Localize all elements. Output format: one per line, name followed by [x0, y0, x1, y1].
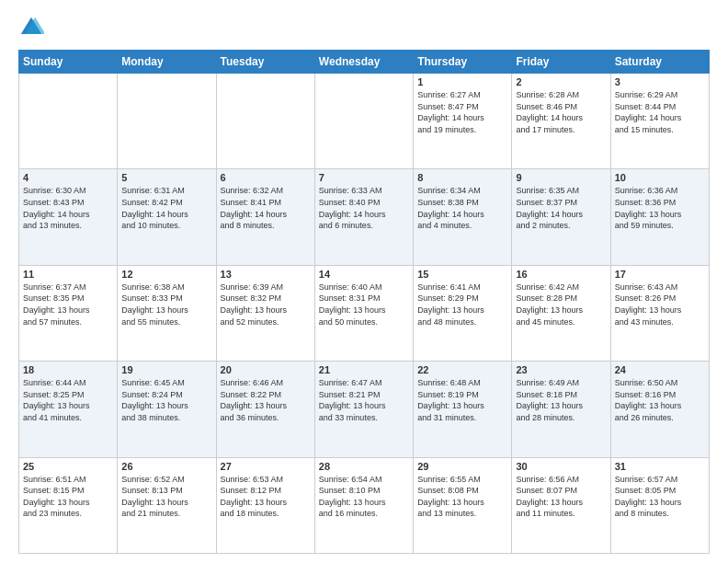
calendar-cell: 26Sunrise: 6:52 AM Sunset: 8:13 PM Dayli…	[118, 457, 216, 553]
day-info: Sunrise: 6:43 AM Sunset: 8:26 PM Dayligh…	[615, 282, 705, 327]
day-info: Sunrise: 6:47 AM Sunset: 8:21 PM Dayligh…	[319, 377, 409, 423]
day-info: Sunrise: 6:40 AM Sunset: 8:31 PM Dayligh…	[319, 282, 409, 327]
day-info: Sunrise: 6:55 AM Sunset: 8:08 PM Dayligh…	[417, 474, 507, 520]
day-number: 9	[516, 172, 606, 183]
day-info: Sunrise: 6:48 AM Sunset: 8:19 PM Dayligh…	[417, 377, 507, 423]
calendar-table: SundayMondayTuesdayWednesdayThursdayFrid…	[18, 50, 710, 554]
calendar-cell: 7Sunrise: 6:33 AM Sunset: 8:40 PM Daylig…	[314, 169, 413, 265]
day-info: Sunrise: 6:33 AM Sunset: 8:40 PM Dayligh…	[319, 185, 409, 231]
calendar-cell: 27Sunrise: 6:53 AM Sunset: 8:12 PM Dayli…	[216, 457, 314, 553]
calendar-cell: 2Sunrise: 6:28 AM Sunset: 8:46 PM Daylig…	[512, 74, 610, 169]
day-number: 10	[615, 172, 705, 183]
day-info: Sunrise: 6:44 AM Sunset: 8:25 PM Dayligh…	[23, 377, 113, 423]
calendar-cell: 21Sunrise: 6:47 AM Sunset: 8:21 PM Dayli…	[314, 362, 413, 457]
logo	[18, 15, 48, 40]
day-number: 3	[615, 76, 705, 87]
weekday-header-sunday: Sunday	[19, 51, 118, 74]
day-number: 26	[121, 461, 211, 472]
day-info: Sunrise: 6:52 AM Sunset: 8:13 PM Dayligh…	[121, 474, 211, 520]
weekday-header-wednesday: Wednesday	[314, 51, 413, 74]
calendar-cell: 4Sunrise: 6:30 AM Sunset: 8:43 PM Daylig…	[19, 169, 118, 265]
calendar-cell: 6Sunrise: 6:32 AM Sunset: 8:41 PM Daylig…	[216, 169, 314, 265]
day-number: 6	[221, 172, 311, 183]
calendar-cell: 3Sunrise: 6:29 AM Sunset: 8:44 PM Daylig…	[610, 74, 709, 169]
calendar-cell: 20Sunrise: 6:46 AM Sunset: 8:22 PM Dayli…	[216, 362, 314, 457]
calendar-cell: 1Sunrise: 6:27 AM Sunset: 8:47 PM Daylig…	[414, 74, 512, 169]
calendar-cell: 30Sunrise: 6:56 AM Sunset: 8:07 PM Dayli…	[512, 457, 610, 553]
weekday-header-tuesday: Tuesday	[216, 51, 314, 74]
calendar-cell	[118, 74, 216, 169]
day-info: Sunrise: 6:49 AM Sunset: 8:18 PM Dayligh…	[516, 377, 606, 423]
weekday-header-saturday: Saturday	[610, 51, 709, 74]
day-number: 19	[121, 364, 211, 375]
calendar-cell: 19Sunrise: 6:45 AM Sunset: 8:24 PM Dayli…	[118, 362, 216, 457]
day-info: Sunrise: 6:36 AM Sunset: 8:36 PM Dayligh…	[615, 185, 705, 231]
week-row-3: 11Sunrise: 6:37 AM Sunset: 8:35 PM Dayli…	[19, 265, 710, 361]
day-info: Sunrise: 6:34 AM Sunset: 8:38 PM Dayligh…	[417, 185, 507, 231]
day-info: Sunrise: 6:28 AM Sunset: 8:46 PM Dayligh…	[516, 89, 606, 135]
day-number: 5	[121, 172, 211, 183]
logo-icon	[18, 15, 44, 40]
day-info: Sunrise: 6:53 AM Sunset: 8:12 PM Dayligh…	[221, 474, 311, 520]
day-number: 29	[417, 461, 507, 472]
calendar-cell: 29Sunrise: 6:55 AM Sunset: 8:08 PM Dayli…	[414, 457, 512, 553]
calendar-cell	[314, 74, 413, 169]
day-info: Sunrise: 6:56 AM Sunset: 8:07 PM Dayligh…	[516, 474, 606, 520]
day-number: 1	[417, 76, 507, 87]
day-number: 25	[23, 461, 113, 472]
calendar-cell: 24Sunrise: 6:50 AM Sunset: 8:16 PM Dayli…	[610, 362, 709, 457]
day-info: Sunrise: 6:37 AM Sunset: 8:35 PM Dayligh…	[23, 282, 113, 327]
day-info: Sunrise: 6:35 AM Sunset: 8:37 PM Dayligh…	[516, 185, 606, 231]
day-info: Sunrise: 6:41 AM Sunset: 8:29 PM Dayligh…	[417, 282, 507, 327]
weekday-header-thursday: Thursday	[414, 51, 512, 74]
day-number: 18	[23, 364, 113, 375]
day-info: Sunrise: 6:50 AM Sunset: 8:16 PM Dayligh…	[615, 377, 705, 423]
day-number: 13	[221, 269, 311, 280]
day-number: 8	[417, 172, 507, 183]
calendar-cell: 16Sunrise: 6:42 AM Sunset: 8:28 PM Dayli…	[512, 265, 610, 361]
calendar-cell: 11Sunrise: 6:37 AM Sunset: 8:35 PM Dayli…	[19, 265, 118, 361]
day-info: Sunrise: 6:30 AM Sunset: 8:43 PM Dayligh…	[23, 185, 113, 231]
day-number: 4	[23, 172, 113, 183]
day-info: Sunrise: 6:31 AM Sunset: 8:42 PM Dayligh…	[121, 185, 211, 231]
weekday-header-friday: Friday	[512, 51, 610, 74]
calendar-cell: 15Sunrise: 6:41 AM Sunset: 8:29 PM Dayli…	[414, 265, 512, 361]
day-number: 22	[417, 364, 507, 375]
day-number: 31	[615, 461, 705, 472]
day-info: Sunrise: 6:29 AM Sunset: 8:44 PM Dayligh…	[615, 89, 705, 135]
day-number: 23	[516, 364, 606, 375]
day-number: 24	[615, 364, 705, 375]
week-row-4: 18Sunrise: 6:44 AM Sunset: 8:25 PM Dayli…	[19, 362, 710, 457]
calendar-cell: 31Sunrise: 6:57 AM Sunset: 8:05 PM Dayli…	[610, 457, 709, 553]
calendar-cell: 22Sunrise: 6:48 AM Sunset: 8:19 PM Dayli…	[414, 362, 512, 457]
calendar-cell: 17Sunrise: 6:43 AM Sunset: 8:26 PM Dayli…	[610, 265, 709, 361]
day-info: Sunrise: 6:32 AM Sunset: 8:41 PM Dayligh…	[221, 185, 311, 231]
day-number: 11	[23, 269, 113, 280]
calendar-cell: 13Sunrise: 6:39 AM Sunset: 8:32 PM Dayli…	[216, 265, 314, 361]
calendar-cell: 18Sunrise: 6:44 AM Sunset: 8:25 PM Dayli…	[19, 362, 118, 457]
calendar-cell: 28Sunrise: 6:54 AM Sunset: 8:10 PM Dayli…	[314, 457, 413, 553]
day-info: Sunrise: 6:42 AM Sunset: 8:28 PM Dayligh…	[516, 282, 606, 327]
day-number: 14	[319, 269, 409, 280]
week-row-5: 25Sunrise: 6:51 AM Sunset: 8:15 PM Dayli…	[19, 457, 710, 553]
page: SundayMondayTuesdayWednesdayThursdayFrid…	[0, 0, 728, 563]
day-number: 15	[417, 269, 507, 280]
day-number: 7	[319, 172, 409, 183]
calendar-cell: 9Sunrise: 6:35 AM Sunset: 8:37 PM Daylig…	[512, 169, 610, 265]
day-number: 2	[516, 76, 606, 87]
day-number: 20	[221, 364, 311, 375]
week-row-2: 4Sunrise: 6:30 AM Sunset: 8:43 PM Daylig…	[19, 169, 710, 265]
day-info: Sunrise: 6:46 AM Sunset: 8:22 PM Dayligh…	[221, 377, 311, 423]
week-row-1: 1Sunrise: 6:27 AM Sunset: 8:47 PM Daylig…	[19, 74, 710, 169]
calendar-cell: 10Sunrise: 6:36 AM Sunset: 8:36 PM Dayli…	[610, 169, 709, 265]
weekday-header-monday: Monday	[118, 51, 216, 74]
day-info: Sunrise: 6:38 AM Sunset: 8:33 PM Dayligh…	[121, 282, 211, 327]
calendar-cell: 12Sunrise: 6:38 AM Sunset: 8:33 PM Dayli…	[118, 265, 216, 361]
day-number: 16	[516, 269, 606, 280]
day-number: 17	[615, 269, 705, 280]
day-info: Sunrise: 6:51 AM Sunset: 8:15 PM Dayligh…	[23, 474, 113, 520]
day-info: Sunrise: 6:57 AM Sunset: 8:05 PM Dayligh…	[615, 474, 705, 520]
day-number: 12	[121, 269, 211, 280]
calendar-cell: 8Sunrise: 6:34 AM Sunset: 8:38 PM Daylig…	[414, 169, 512, 265]
calendar-cell	[216, 74, 314, 169]
